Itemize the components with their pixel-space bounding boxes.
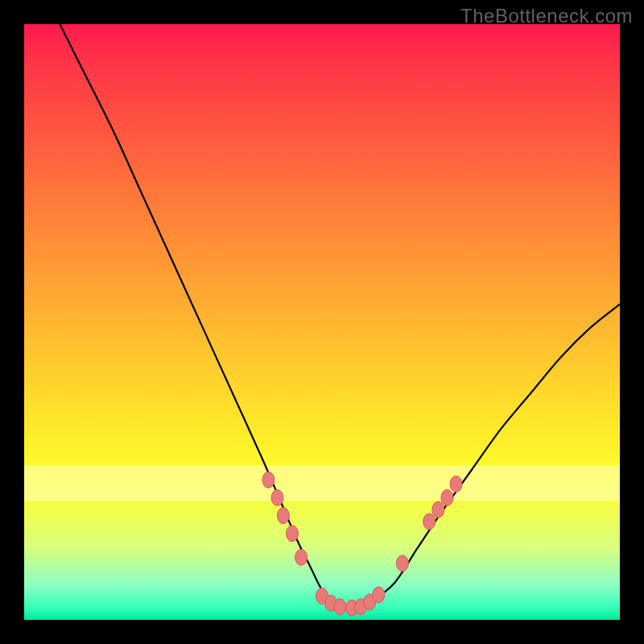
marker-dot xyxy=(277,508,289,524)
marker-dot xyxy=(441,489,453,506)
marker-dot xyxy=(396,555,408,572)
marker-dot xyxy=(373,587,385,603)
bottleneck-curve xyxy=(60,24,620,609)
marker-dot xyxy=(450,476,462,492)
marker-dot xyxy=(287,526,299,542)
marker-dot xyxy=(295,549,308,565)
marker-dot xyxy=(262,472,275,488)
marker-dot xyxy=(423,514,436,530)
chart-svg xyxy=(24,24,620,620)
marker-dot xyxy=(432,502,444,518)
marker-dot xyxy=(271,489,283,506)
chart-frame: TheBottleneck.com xyxy=(0,0,644,644)
watermark-text: TheBottleneck.com xyxy=(460,5,633,27)
marker-dot xyxy=(334,599,346,615)
curve-markers xyxy=(262,472,462,616)
plot-area xyxy=(24,24,620,620)
